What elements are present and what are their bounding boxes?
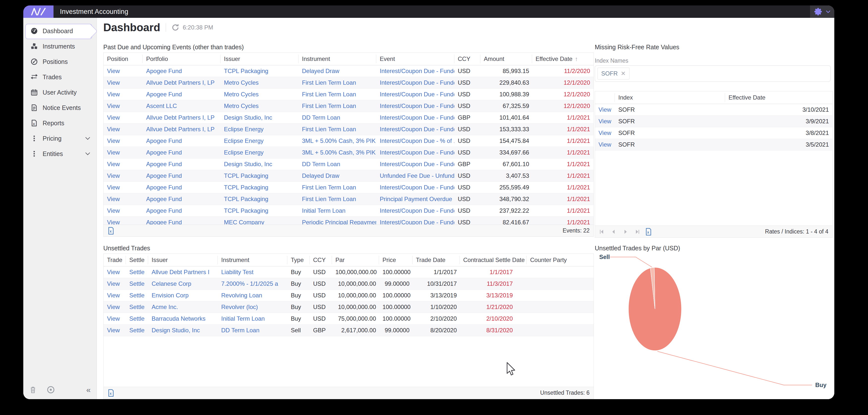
portfolio-link[interactable]: Apogee Fund: [143, 207, 220, 214]
instrument-link[interactable]: 3ML + 5.00% Cash, 3% PIK: [299, 149, 376, 156]
instrument-link[interactable]: Revolving Loan: [218, 292, 287, 299]
column-header[interactable]: Price: [379, 256, 412, 264]
settle-link[interactable]: Settle: [126, 304, 148, 311]
settle-link[interactable]: Settle: [126, 269, 148, 276]
view-link[interactable]: View: [103, 292, 126, 299]
sidebar-item-entities[interactable]: Entities: [23, 146, 97, 161]
issuer-link[interactable]: Envision Corp: [148, 292, 218, 299]
column-header[interactable]: Position: [103, 55, 143, 63]
issuer-link[interactable]: Design Studio, Inc: [220, 114, 299, 121]
portfolio-link[interactable]: Apogee Fund: [143, 149, 220, 156]
portfolio-link[interactable]: Apogee Fund: [143, 184, 220, 191]
brand-logo[interactable]: [23, 5, 54, 18]
event-link[interactable]: Interest/Coupon Due - Funded: [376, 126, 454, 133]
sidebar-item-positions[interactable]: Positions: [23, 54, 97, 69]
issuer-link[interactable]: Celanese Corp: [148, 280, 218, 287]
portfolio-link[interactable]: Apogee Fund: [143, 68, 220, 74]
column-header[interactable]: Event: [376, 55, 454, 63]
issuer-link[interactable]: Allvue Debt Partners I: [148, 269, 218, 276]
sidebar-item-dashboard[interactable]: Dashboard: [23, 23, 97, 39]
sidebar-item-instruments[interactable]: Instruments: [23, 39, 97, 54]
event-link[interactable]: Interest/Coupon Due - Funded: [376, 114, 454, 121]
view-link[interactable]: View: [103, 68, 143, 74]
instrument-link[interactable]: Delayed Draw: [299, 172, 376, 179]
view-link[interactable]: View: [595, 129, 615, 136]
sidebar-item-reports[interactable]: x Reports: [23, 116, 97, 131]
view-link[interactable]: View: [103, 315, 126, 322]
instrument-link[interactable]: Delayed Draw: [299, 68, 376, 74]
column-header[interactable]: Issuer: [148, 256, 218, 264]
view-link[interactable]: View: [103, 126, 143, 133]
portfolio-link[interactable]: Ascent LLC: [143, 102, 220, 109]
instrument-link[interactable]: Revolver (loc): [218, 304, 287, 311]
instrument-link[interactable]: DD Term Loan: [299, 114, 376, 121]
refresh-icon[interactable]: [172, 24, 179, 31]
column-header[interactable]: Instrument: [218, 256, 287, 264]
instrument-link[interactable]: First Lien Term Loan: [299, 102, 376, 109]
event-link[interactable]: Interest/Coupon Due - Funded: [376, 161, 454, 168]
issuer-link[interactable]: Metro Cycles: [220, 91, 299, 98]
instrument-link[interactable]: Initial Term Loan: [299, 207, 376, 214]
issuer-link[interactable]: Metro Cycles: [220, 79, 299, 86]
view-link[interactable]: View: [103, 102, 143, 109]
instrument-link[interactable]: First Lien Term Loan: [299, 184, 376, 191]
portfolio-link[interactable]: Apogee Fund: [143, 91, 220, 98]
event-link[interactable]: Interest/Coupon Due - Funded: [376, 184, 454, 191]
portfolio-link[interactable]: Allvue Debt Partners I, LP: [143, 126, 220, 133]
issuer-link[interactable]: TCPL Packaging: [220, 196, 299, 202]
column-header[interactable]: Issuer: [220, 55, 299, 63]
sofr-filter-chip[interactable]: SOFR ✕: [597, 68, 629, 79]
sidebar-item-pricing[interactable]: Pricing: [23, 131, 97, 146]
target-icon[interactable]: [46, 386, 55, 394]
instrument-link[interactable]: 3ML + 5.00% Cash, 3% PIK: [299, 137, 376, 145]
view-link[interactable]: View: [595, 118, 615, 125]
export-excel-icon[interactable]: x: [107, 389, 115, 397]
issuer-link[interactable]: Design Studio, Inc: [148, 327, 218, 334]
column-header[interactable]: Counter Party: [527, 256, 593, 264]
view-link[interactable]: View: [595, 141, 615, 148]
view-link[interactable]: View: [103, 161, 143, 168]
next-page-icon[interactable]: [623, 229, 628, 234]
column-header[interactable]: Type: [287, 256, 310, 264]
view-link[interactable]: View: [103, 137, 143, 145]
settings-menu-button[interactable]: [810, 5, 834, 18]
collapse-sidebar-icon[interactable]: «: [86, 385, 91, 394]
sidebar-item-trades[interactable]: Trades: [23, 69, 97, 85]
issuer-link[interactable]: Acme Inc.: [148, 304, 218, 311]
event-link[interactable]: Interest/Coupon Due - Funded: [376, 102, 454, 109]
column-header[interactable]: CCY: [310, 256, 332, 264]
event-link[interactable]: Interest/Coupon Due - Funded: [376, 68, 454, 74]
event-link[interactable]: Unfunded Fee Due - Unfund...: [376, 172, 454, 179]
view-link[interactable]: View: [103, 114, 143, 121]
view-link[interactable]: View: [103, 149, 143, 156]
instrument-link[interactable]: Liability Test: [218, 269, 287, 276]
portfolio-link[interactable]: Apogee Fund: [143, 196, 220, 202]
issuer-link[interactable]: Eclipse Energy: [220, 137, 299, 145]
instrument-link[interactable]: 7.2000% - 1/1/2025 a: [218, 280, 287, 287]
settle-link[interactable]: Settle: [126, 315, 148, 322]
column-header[interactable]: Settle: [126, 256, 148, 264]
issuer-link[interactable]: Metro Cycles: [220, 102, 299, 109]
column-header-sorted[interactable]: Effective Date ↑: [532, 55, 593, 63]
chip-remove-icon[interactable]: ✕: [621, 70, 626, 77]
instrument-link[interactable]: First Lien Term Loan: [299, 79, 376, 86]
settle-link[interactable]: Settle: [126, 327, 148, 334]
view-link[interactable]: View: [103, 79, 143, 86]
view-link[interactable]: View: [103, 184, 143, 191]
view-link[interactable]: View: [103, 172, 143, 179]
instrument-link[interactable]: DD Term Loan: [299, 161, 376, 168]
column-header[interactable]: Trade: [103, 256, 126, 264]
instrument-link[interactable]: Initial Term Loan: [218, 315, 287, 322]
issuer-link[interactable]: TCPL Packaging: [220, 207, 299, 214]
view-link[interactable]: View: [103, 196, 143, 202]
view-link[interactable]: View: [103, 280, 126, 287]
column-header[interactable]: Contractual Settle Date: [460, 256, 527, 264]
settle-link[interactable]: Settle: [126, 280, 148, 287]
view-link[interactable]: View: [103, 207, 143, 214]
issuer-link[interactable]: TCPL Packaging: [220, 172, 299, 179]
column-header[interactable]: Index: [615, 93, 725, 102]
column-header[interactable]: Effective Date: [725, 93, 832, 102]
portfolio-link[interactable]: Allvue Debt Partners I, LP: [143, 114, 220, 121]
last-page-icon[interactable]: [634, 229, 640, 234]
event-link[interactable]: Interest/Coupon Due - Funded: [376, 91, 454, 98]
